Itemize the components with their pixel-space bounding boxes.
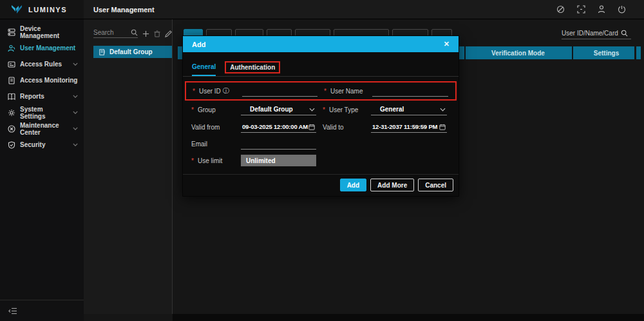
modal-title: Add — [192, 41, 205, 48]
group-select[interactable]: Default Group — [241, 104, 316, 115]
chevron-down-icon — [73, 63, 78, 66]
tab-general[interactable]: General — [192, 63, 216, 76]
theme-icon[interactable] — [556, 5, 565, 14]
fullscreen-icon[interactable] — [577, 5, 585, 14]
brand-logo: LUMINYS — [0, 0, 84, 19]
use-limit-label: Use limit — [191, 157, 241, 164]
wrench-icon — [8, 125, 15, 133]
calendar-icon — [308, 124, 315, 130]
modal-footer: Add Add More Cancel — [183, 174, 459, 196]
sidebar-item-label: Maintenance Center — [20, 122, 68, 136]
search-icon — [621, 30, 628, 37]
user-search-input[interactable] — [562, 30, 621, 37]
sidebar-item-maintenance-center[interactable]: Maintenance Center — [0, 121, 84, 137]
sidebar-footer — [0, 300, 84, 321]
add-group-icon[interactable] — [142, 30, 149, 37]
search-icon — [131, 29, 138, 36]
add-more-button[interactable]: Add More — [370, 179, 414, 191]
sidebar-item-label: Device Management — [20, 25, 78, 39]
modal-header: Add ✕ — [183, 36, 459, 52]
modal-form: User ID ⓘ User Name Group — [183, 77, 459, 168]
close-icon[interactable]: ✕ — [444, 40, 450, 48]
user-name-input[interactable] — [372, 87, 448, 94]
card-icon — [8, 61, 15, 68]
table-scrollbar-block — [636, 46, 641, 59]
calendar-icon — [439, 124, 446, 130]
modal-tabs: General Authentication — [183, 52, 459, 77]
email-input[interactable] — [241, 140, 316, 147]
user-name-label: User Name — [324, 88, 372, 95]
chevron-down-icon — [73, 95, 78, 98]
sidebar-item-system-settings[interactable]: System Settings — [0, 104, 84, 121]
sidebar-item-access-monitoring[interactable]: Access Monitoring — [0, 72, 84, 88]
valid-to-picker[interactable]: 12-31-2037 11:59:59 PM — [371, 122, 447, 133]
add-button[interactable]: Add — [340, 179, 366, 191]
user-name-field[interactable] — [372, 86, 448, 97]
topbar-actions — [556, 0, 644, 19]
column-header-settings: Settings — [572, 46, 639, 59]
annotation-highlight-box: User ID ⓘ User Name — [185, 81, 457, 101]
sidebar-item-label: Access Monitoring — [20, 77, 77, 84]
group-item-label: Default Group — [109, 48, 153, 55]
valid-from-label: Valid from — [191, 124, 241, 131]
sidebar-item-security[interactable]: Security — [0, 137, 84, 153]
sidebar-nav: Device Management User Management Access… — [0, 19, 84, 321]
info-icon: ⓘ — [223, 86, 229, 95]
sidebar-item-label: User Management — [20, 44, 75, 52]
brand-name: LUMINYS — [28, 6, 67, 14]
sidebar-item-label: Access Rules — [20, 61, 62, 68]
devices-icon — [8, 28, 15, 36]
power-icon[interactable] — [618, 5, 626, 14]
sidebar-item-user-management[interactable]: User Management — [0, 40, 84, 56]
group-label: Group — [191, 106, 241, 113]
chevron-down-icon — [73, 143, 78, 146]
user-account-icon[interactable] — [598, 5, 605, 14]
email-field[interactable] — [241, 139, 316, 150]
monitor-doc-icon — [8, 77, 15, 84]
valid-to-label: Valid to — [323, 124, 371, 131]
user-icon — [8, 44, 15, 52]
add-user-modal: Add ✕ General Authentication User ID ⓘ U… — [182, 35, 459, 197]
group-search-row — [93, 29, 166, 38]
chevron-down-icon — [73, 111, 78, 114]
sidebar-item-access-rules[interactable]: Access Rules — [0, 56, 84, 72]
user-type-select[interactable]: General — [371, 104, 447, 115]
group-panel: Default Group — [84, 19, 173, 314]
sidebar-item-label: System Settings — [20, 106, 68, 120]
edit-group-icon[interactable] — [165, 30, 172, 37]
top-bar: LUMINYS User Management — [0, 0, 644, 19]
chevron-down-icon — [73, 127, 78, 130]
user-id-field[interactable] — [242, 86, 317, 97]
book-icon — [8, 93, 15, 101]
sidebar-item-label: Reports — [20, 93, 44, 100]
delete-group-icon[interactable] — [154, 30, 160, 37]
tab-authentication[interactable]: Authentication — [225, 61, 280, 73]
group-icon — [99, 49, 106, 55]
use-limit-field: Unlimited — [241, 155, 316, 166]
chevron-down-icon — [440, 108, 446, 112]
sidebar-item-device-management[interactable]: Device Management — [0, 24, 84, 40]
bottom-strip — [173, 314, 644, 321]
shield-icon — [8, 141, 15, 149]
group-search-input[interactable] — [93, 29, 131, 36]
group-search[interactable] — [93, 29, 138, 38]
gear-icon — [8, 109, 15, 117]
valid-from-picker[interactable]: 09-03-2025 12:00:00 AM — [241, 122, 316, 133]
page-title: User Management — [84, 0, 155, 19]
user-id-input[interactable] — [242, 87, 317, 94]
user-search[interactable] — [562, 30, 631, 39]
email-label: Email — [191, 141, 241, 148]
cancel-button[interactable]: Cancel — [418, 179, 453, 191]
group-item-default-group[interactable]: Default Group — [93, 46, 172, 58]
chevron-down-icon — [309, 108, 315, 112]
user-id-label: User ID ⓘ — [193, 86, 242, 95]
luminys-logo-icon — [10, 5, 23, 14]
sidebar-item-reports[interactable]: Reports — [0, 88, 84, 104]
collapse-sidebar-icon[interactable] — [8, 307, 17, 315]
sidebar-item-label: Security — [20, 141, 45, 148]
column-header-verification-mode: Verification Mode — [464, 46, 571, 59]
user-type-label: User Type — [323, 106, 371, 113]
